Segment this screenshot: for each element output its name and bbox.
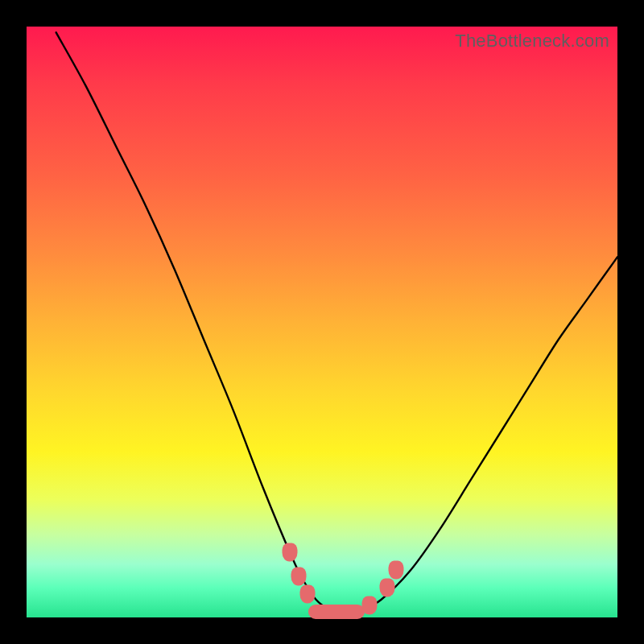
curve-marker [388, 561, 403, 580]
curve-marker [291, 567, 306, 585]
curve-marker [299, 584, 315, 603]
attribution-text: TheBottleneck.com [455, 31, 609, 52]
curve-marker [308, 605, 365, 619]
chart-frame: TheBottleneck.com [0, 0, 644, 644]
curve-marker [361, 597, 377, 615]
plot-area: TheBottleneck.com [27, 27, 617, 617]
curve-marker [379, 579, 394, 597]
bottleneck-curve [27, 27, 617, 617]
curve-path [56, 32, 617, 612]
curve-marker [282, 543, 297, 562]
